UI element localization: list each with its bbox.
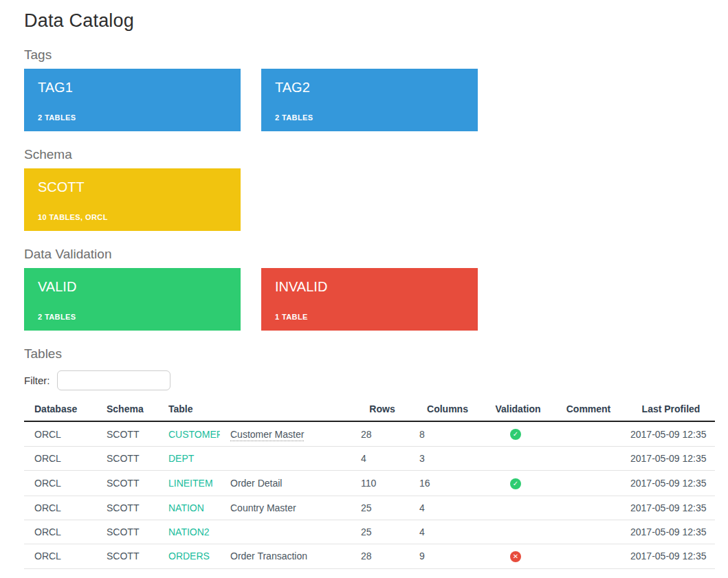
tables-table: Database Schema Table Rows Columns Valid… [24,399,715,569]
cell-comment [550,544,622,568]
cell-rows: 110 [351,471,409,496]
cell-database: ORCL [24,496,96,520]
cell-columns: 16 [409,471,481,496]
table-link[interactable]: DEPT [168,453,194,464]
tag-card-tag1[interactable]: TAG1 2 TABLES [24,69,241,131]
table-logical-name: Customer Master [230,429,304,441]
cell-database: ORCL [24,471,96,496]
cell-comment [550,447,622,471]
data-catalog-page: Data Catalog Tags TAG1 2 TABLES TAG2 2 T… [0,0,728,569]
cell-validation [481,447,550,471]
table-logical-name: Order Detail [230,478,282,489]
column-header-schema: Schema [96,399,158,421]
cell-schema: SCOTT [96,544,158,568]
cell-validation: ✓ [481,421,550,447]
cell-comment [550,496,622,520]
cell-columns: 3 [409,447,481,471]
table-link[interactable]: LINEITEM [168,478,213,489]
cell-columns: 9 [409,544,481,568]
table-row: ORCL SCOTT DEPT 4 3 2017-05-09 12:35 [24,447,715,471]
schema-card-row: SCOTT 10 TABLES, ORCL [24,168,715,231]
cell-rows: 28 [351,421,409,447]
cell-last-profiled: 2017-05-09 12:35 [622,496,715,520]
validation-ok-icon: ✓ [510,478,521,489]
table-row: ORCL SCOTT CUSTOMER Customer Master 28 8… [24,421,715,447]
tag-card-tag2[interactable]: TAG2 2 TABLES [261,69,478,131]
page-title: Data Catalog [24,10,715,32]
table-row: ORCL SCOTT ORDERS Order Transaction 28 9… [24,544,715,568]
validation-card-label: INVALID [275,278,464,295]
cell-comment [550,421,622,447]
table-link[interactable]: NATION [168,502,204,513]
cell-database: ORCL [24,447,96,471]
cell-last-profiled: 2017-05-09 12:35 [622,447,715,471]
cell-columns: 4 [409,496,481,520]
cell-columns: 4 [409,520,481,544]
filter-input[interactable] [57,370,170,390]
cell-database: ORCL [24,421,96,447]
filter-bar: Filter: [24,370,715,390]
cell-last-profiled: 2017-05-09 12:35 [622,520,715,544]
cell-columns: 8 [409,421,481,447]
cell-last-profiled: 2017-05-09 12:35 [622,544,715,568]
schema-card-scott[interactable]: SCOTT 10 TABLES, ORCL [24,168,241,231]
column-header-name [220,399,351,421]
validation-card-sublabel: 1 TABLE [275,313,464,321]
validation-card-valid[interactable]: VALID 2 TABLES [24,268,241,331]
tables-heading: Tables [24,346,715,362]
tables-body: ORCL SCOTT CUSTOMER Customer Master 28 8… [24,421,715,568]
table-row: ORCL SCOTT NATION Country Master 25 4 20… [24,496,715,520]
schema-card-sublabel: 10 TABLES, ORCL [38,213,227,221]
table-logical-name: Order Transaction [230,551,307,562]
validation-card-row: VALID 2 TABLES INVALID 1 TABLE [24,268,715,331]
cell-rows: 25 [351,496,409,520]
cell-schema: SCOTT [96,496,158,520]
validation-card-label: VALID [38,278,227,295]
cell-database: ORCL [24,544,96,568]
cell-validation [481,496,550,520]
cell-comment [550,520,622,544]
column-header-rows: Rows [351,399,409,421]
cell-validation [481,520,550,544]
validation-card-invalid[interactable]: INVALID 1 TABLE [261,268,478,331]
column-header-last-profiled: Last Profiled [622,399,715,421]
column-header-columns: Columns [409,399,481,421]
column-header-table: Table [158,399,220,421]
cell-database: ORCL [24,520,96,544]
table-link[interactable]: CUSTOMER [168,429,220,440]
table-row: ORCL SCOTT NATION2 25 4 2017-05-09 12:35 [24,520,715,544]
cell-rows: 25 [351,520,409,544]
table-logical-name: Country Master [230,502,296,513]
tags-heading: Tags [24,47,715,63]
table-header-row: Database Schema Table Rows Columns Valid… [24,399,715,421]
cell-validation: ✓ [481,471,550,496]
column-header-validation: Validation [481,399,550,421]
cell-rows: 4 [351,447,409,471]
cell-last-profiled: 2017-05-09 12:35 [622,471,715,496]
table-row: ORCL SCOTT LINEITEM Order Detail 110 16 … [24,471,715,496]
validation-heading: Data Validation [24,246,715,263]
column-header-comment: Comment [550,399,622,421]
cell-rows: 28 [351,544,409,568]
filter-label: Filter: [24,375,50,386]
column-header-database: Database [24,399,96,421]
tags-card-row: TAG1 2 TABLES TAG2 2 TABLES [24,69,715,131]
schema-heading: Schema [24,146,715,163]
tag-card-sublabel: 2 TABLES [275,113,464,122]
table-link[interactable]: ORDERS [168,551,210,562]
cell-schema: SCOTT [96,421,158,447]
validation-ok-icon: ✓ [510,429,521,440]
table-link[interactable]: NATION2 [168,526,210,537]
cell-schema: SCOTT [96,471,158,496]
cell-schema: SCOTT [96,520,158,544]
tag-card-label: TAG2 [275,79,464,96]
cell-comment [550,471,622,496]
tag-card-label: TAG1 [38,79,227,96]
validation-error-icon: ✕ [510,551,521,562]
validation-card-sublabel: 2 TABLES [38,313,227,321]
cell-schema: SCOTT [96,447,158,471]
cell-last-profiled: 2017-05-09 12:35 [622,421,715,447]
cell-validation: ✕ [481,544,550,568]
tag-card-sublabel: 2 TABLES [38,113,227,122]
schema-card-label: SCOTT [38,179,227,195]
